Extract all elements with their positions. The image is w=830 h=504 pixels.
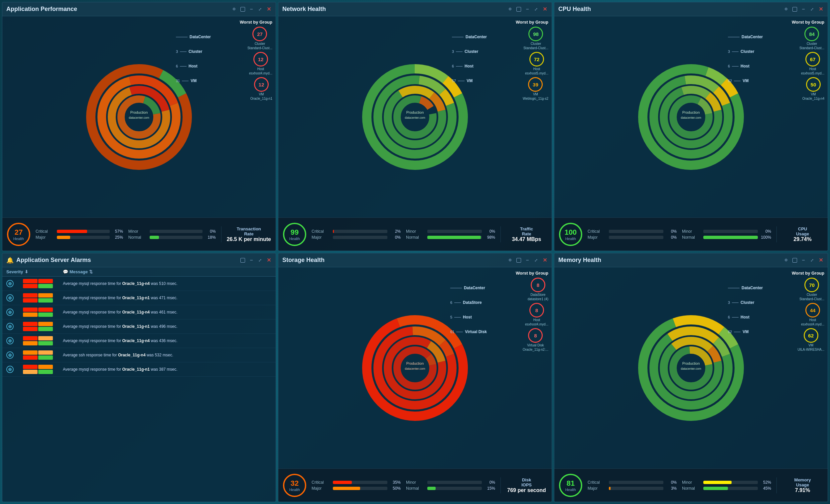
mem-sev-major-label: Major [587, 486, 607, 491]
message-icon: 💬 [63, 269, 68, 274]
stor-hier-ds: 6 DataStore [450, 300, 487, 305]
cpu-health-title: CPU Health [558, 6, 591, 13]
app-metric-box: TransactionRate 26.5 K per minute [221, 226, 271, 242]
wbg-mem-host: 44 Host esxhost4.myd... [801, 303, 824, 326]
square-icon[interactable] [240, 6, 246, 12]
mem-severity-bars: Critical 0% Minor 52% Major 3% Normal 45… [587, 480, 771, 491]
cpu-hier-host-label: Host [740, 64, 749, 68]
cpu-gear-icon[interactable]: ⚙ [783, 6, 789, 12]
mem-sev-minor-label: Minor [682, 480, 701, 485]
wbg-stor-host-name: esxhost4.myd... [525, 323, 548, 326]
alarms-expand-icon[interactable]: ⤢ [257, 257, 263, 263]
storage-minimize-icon[interactable]: − [524, 257, 531, 263]
memory-square-icon[interactable] [792, 257, 798, 263]
storage-close-icon[interactable]: ✕ [542, 257, 548, 263]
stor-sev-major: Major 50% [312, 486, 401, 491]
cpu-hier-vm-label: VM [742, 78, 748, 83]
mem-hier-host: 6 Host [728, 315, 763, 320]
app-metric-label: TransactionRate [237, 226, 261, 236]
cpu-square-icon[interactable] [792, 6, 798, 12]
alarm-row-6: ⊕ Average ssh response time for Oracle_1… [2, 348, 276, 362]
col-message-sort[interactable]: ⇅ [89, 269, 93, 274]
wbg-net-cluster-badge: 98 [529, 27, 543, 41]
memory-minimize-icon[interactable]: − [800, 257, 806, 263]
net-hier-vm: 57 VM [452, 78, 487, 83]
alarms-square-icon[interactable] [240, 257, 246, 263]
stor-sev-major-bg [333, 487, 387, 490]
wbg-net-host-badge: 72 [530, 52, 544, 66]
storage-panel-controls: ⚙ − ⤢ ✕ [507, 257, 548, 263]
mem-sev-major-bg [609, 487, 663, 490]
gear-icon[interactable]: ⚙ [231, 6, 237, 12]
network-close-icon[interactable]: ✕ [542, 6, 548, 12]
storage-square-icon[interactable] [516, 257, 522, 263]
sev-cell-6-c [23, 356, 38, 360]
cpu-minimize-icon[interactable]: − [800, 6, 806, 12]
cpu-expand-icon[interactable]: ⤢ [809, 6, 815, 12]
net-hier-cluster-label: Cluster [465, 49, 478, 54]
mem-sev-critical-label: Critical [587, 480, 607, 485]
severity-mini-4 [23, 322, 53, 331]
cpu-sev-minor-bg [703, 230, 758, 233]
stor-hier-host-num: 5 [450, 315, 452, 319]
minimize-icon[interactable]: − [248, 6, 254, 12]
sev-normal-pct: 18% [204, 235, 216, 240]
cpu-health-value: 100 [565, 228, 577, 237]
network-square-icon[interactable] [516, 6, 522, 12]
cpu-metric-box: CPUUsage 29.74% [776, 226, 823, 242]
cpu-severity-bars: Critical 0% Minor 0% Major 0% Normal 100… [587, 229, 771, 240]
memory-expand-icon[interactable]: ⤢ [809, 257, 815, 263]
memory-gear-icon[interactable]: ⚙ [783, 257, 789, 263]
stor-sev-minor-bg [427, 481, 482, 484]
wbg-cpu-vm-badge: 50 [806, 77, 821, 92]
alarms-panel-controls: − ⤢ ✕ [240, 257, 272, 263]
app-health-circle: 27 Health [7, 223, 30, 246]
alarms-minimize-icon[interactable]: − [248, 257, 254, 263]
mem-sev-minor-bg [703, 481, 758, 484]
sev-major-bar [57, 236, 70, 239]
app-severity-bars: Critical 57% Minor 0% Major 25% Normal 1… [36, 229, 216, 240]
panel-controls: ⚙ − ⤢ ✕ [231, 6, 272, 12]
alarms-body: Severity ⬇ 💬 Message ⇅ ⊕ Average mysql r… [2, 267, 276, 502]
app-performance-title: Application Performance [6, 6, 77, 13]
col-message-label: Message [69, 269, 88, 274]
net-sev-major-bg [333, 236, 387, 239]
network-minimize-icon[interactable]: − [524, 6, 531, 12]
sev-critical-bar-bg [57, 230, 110, 233]
worst-by-group-net: Worst by Group 98 Cluster Standard-Clust… [516, 20, 548, 100]
network-gear-icon[interactable]: ⚙ [507, 6, 513, 12]
sev-cell-3-a [23, 307, 38, 312]
wbg-cluster-badge: 27 [252, 27, 267, 41]
severity-mini-5 [23, 336, 53, 345]
close-icon[interactable]: ✕ [266, 6, 272, 12]
expand-icon[interactable]: ⤢ [257, 6, 263, 12]
sev-minor-bar-bg [150, 230, 202, 233]
stor-metric-label: DiskIOPS [521, 477, 532, 488]
sev-normal-bar [150, 236, 159, 239]
cpu-sev-normal: Normal 100% [682, 235, 771, 240]
cpu-panel-controls: ⚙ − ⤢ ✕ [783, 6, 824, 12]
stor-hier-host: 5 Host [450, 315, 487, 320]
sev-cell-1-critical [23, 279, 38, 283]
alarm-message-3: Average mysql response time for Oracle_1… [63, 309, 262, 315]
wbg-host-app: 12 Host esxhost4.myd... [249, 52, 272, 75]
memory-close-icon[interactable]: ✕ [818, 257, 824, 263]
stor-sev-major-fill [333, 487, 360, 490]
storage-gear-icon[interactable]: ⚙ [507, 257, 513, 263]
cpu-sev-minor-pct: 0% [760, 229, 771, 234]
stor-metric-box: DiskIOPS 769 per second [501, 477, 547, 493]
cpu-close-icon[interactable]: ✕ [818, 6, 824, 12]
stor-hier-vd-num: 61 [450, 330, 454, 334]
memory-health-panel: Memory Health ⚙ − ⤢ ✕ Production [554, 253, 828, 502]
wbg-stor-host-badge: 8 [530, 303, 544, 317]
alarms-close-icon[interactable]: ✕ [266, 257, 272, 263]
cpu-chart-area: Production datacenter.com DataCenter 3 C… [554, 16, 828, 217]
network-bottom: 99 Health Critical 2% Minor 0% Major 0% … [278, 217, 552, 251]
wbg-net-cluster-name: Standard-Clust... [523, 46, 548, 50]
mem-sev-critical-pct: 0% [665, 480, 677, 485]
wbg-mem-cluster-name: Standard-Clust... [799, 297, 824, 301]
storage-expand-icon[interactable]: ⤢ [533, 257, 539, 263]
network-expand-icon[interactable]: ⤢ [533, 6, 539, 12]
stor-hier-dc: DataCenter [450, 285, 487, 290]
alarm-message-4: Average mysql response time for Oracle_1… [63, 324, 262, 330]
